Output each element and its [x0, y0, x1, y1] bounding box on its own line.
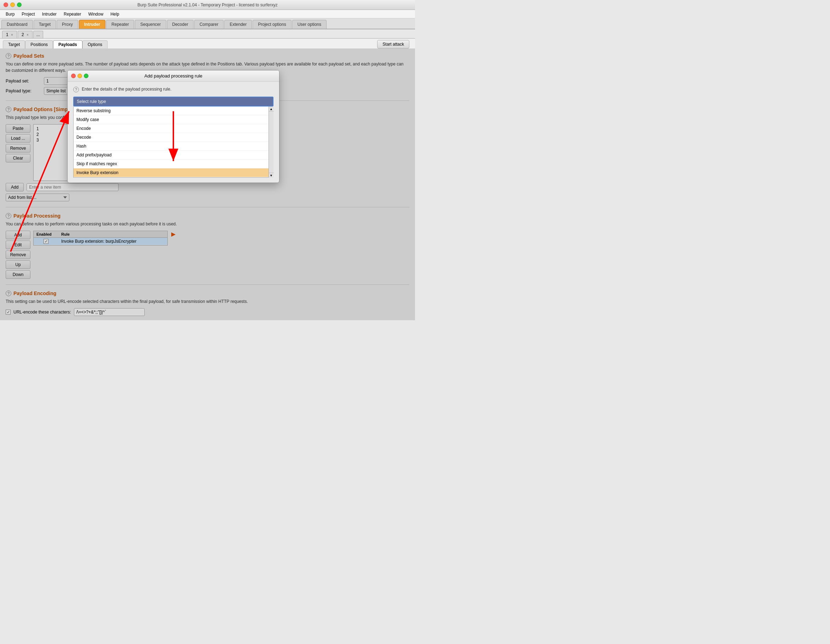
- tab-comparer[interactable]: Comparer: [194, 20, 223, 29]
- maximize-button[interactable]: [17, 3, 22, 7]
- dropdown-item-decode[interactable]: Decode: [74, 133, 273, 142]
- menu-help[interactable]: Help: [108, 11, 122, 17]
- main-content: ? Payload Sets You can define one or mor…: [0, 49, 415, 320]
- tab-project-options[interactable]: Project options: [253, 20, 291, 29]
- menu-window[interactable]: Window: [85, 11, 106, 17]
- tab-extender[interactable]: Extender: [224, 20, 252, 29]
- intruder-tab-2[interactable]: 2 ×: [18, 31, 33, 38]
- intruder-tab-1[interactable]: 1 ×: [2, 31, 17, 38]
- modal-title-bar: Add payload processing rule: [68, 70, 279, 82]
- scroll-up-button[interactable]: ▲: [269, 106, 274, 111]
- rule-type-dropdown-container: Select rule type Reverse substring Modif…: [73, 97, 274, 178]
- menu-burp[interactable]: Burp: [3, 11, 17, 17]
- rule-type-dropdown-list: Reverse substring Modify case Encode Dec…: [73, 106, 274, 178]
- menu-intruder[interactable]: Intruder: [39, 11, 59, 17]
- dropdown-item-invoke-burp[interactable]: Invoke Burp extension: [74, 168, 273, 177]
- menu-bar: Burp Project Intruder Repeater Window He…: [0, 10, 415, 18]
- tab-repeater[interactable]: Repeater: [106, 20, 134, 29]
- minimize-button[interactable]: [10, 3, 15, 7]
- menu-project[interactable]: Project: [19, 11, 38, 17]
- dropdown-item-modify-case[interactable]: Modify case: [74, 115, 273, 124]
- dropdown-item-reverse-substring[interactable]: Reverse substring: [74, 106, 273, 115]
- dropdown-item-hash[interactable]: Hash: [74, 142, 273, 151]
- modal-help-icon[interactable]: ?: [73, 87, 79, 92]
- modal-window-controls: [71, 74, 89, 78]
- tab-decoder[interactable]: Decoder: [167, 20, 193, 29]
- close-tab-2-icon[interactable]: ×: [27, 33, 29, 37]
- tab-target[interactable]: Target: [33, 20, 56, 29]
- dropdown-list-wrapper: Reverse substring Modify case Encode Dec…: [73, 106, 274, 178]
- tab-intruder[interactable]: Intruder: [79, 20, 105, 29]
- tab-target[interactable]: Target: [3, 40, 25, 49]
- close-tab-1-icon[interactable]: ×: [11, 33, 13, 37]
- tab-dashboard[interactable]: Dashboard: [2, 20, 33, 29]
- main-tab-bar: Dashboard Target Proxy Intruder Repeater…: [0, 18, 415, 29]
- title-bar: Burp Suite Professional v2.1.04 - Tempor…: [0, 0, 415, 10]
- add-processing-rule-dialog: Add payload processing rule ? Enter the …: [67, 70, 279, 183]
- dropdown-scrollbar: ▲ ▼: [269, 106, 274, 178]
- modal-description: Enter the details of the payload process…: [82, 87, 172, 92]
- modal-max-button[interactable]: [84, 74, 89, 78]
- modal-desc-row: ? Enter the details of the payload proce…: [73, 87, 274, 92]
- dropdown-item-encode[interactable]: Encode: [74, 124, 273, 133]
- start-attack-button[interactable]: Start attack: [377, 40, 409, 49]
- tab-positions[interactable]: Positions: [25, 40, 53, 49]
- tab-payloads[interactable]: Payloads: [53, 40, 82, 49]
- inner-tab-bar: Target Positions Payloads Options Start …: [0, 38, 415, 49]
- scroll-down-button[interactable]: ▼: [269, 173, 274, 178]
- tab-user-options[interactable]: User options: [292, 20, 326, 29]
- window-controls: [3, 3, 22, 7]
- more-tabs-button[interactable]: ...: [33, 31, 43, 38]
- tab-options[interactable]: Options: [82, 40, 108, 49]
- tab-proxy[interactable]: Proxy: [57, 20, 78, 29]
- modal-title: Add payload processing rule: [144, 73, 203, 79]
- menu-repeater[interactable]: Repeater: [61, 11, 84, 17]
- rule-type-dropdown-button[interactable]: Select rule type: [73, 97, 274, 106]
- window-title: Burp Suite Professional v2.1.04 - Tempor…: [138, 3, 278, 8]
- dropdown-item-skip-regex[interactable]: Skip if matches regex: [74, 160, 273, 168]
- modal-close-button[interactable]: [71, 74, 76, 78]
- modal-min-button[interactable]: [78, 74, 82, 78]
- dropdown-item-add-prefix[interactable]: Add prefix/payload: [74, 151, 273, 160]
- tab-sequencer[interactable]: Sequencer: [135, 20, 166, 29]
- close-button[interactable]: [3, 3, 8, 7]
- sub-tab-bar: 1 × 2 × ...: [0, 29, 415, 38]
- modal-body: ? Enter the details of the payload proce…: [68, 82, 279, 182]
